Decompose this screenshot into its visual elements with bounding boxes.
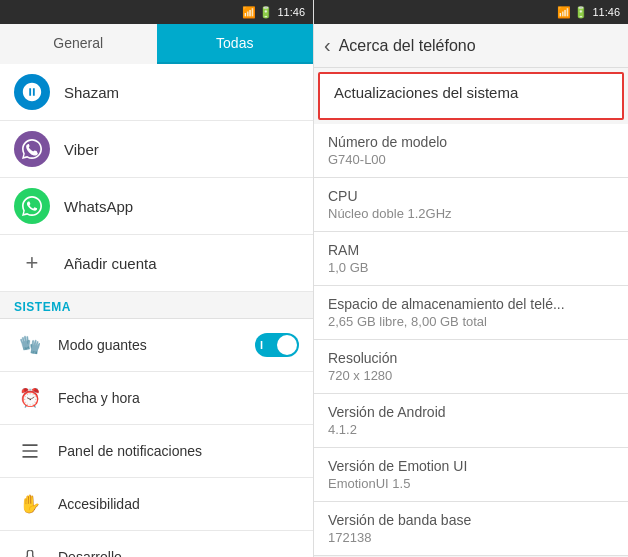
version-emotion-item[interactable]: Versión de Emotion UI EmotionUI 1.5	[314, 448, 628, 502]
panel-notificaciones-label: Panel de notificaciones	[58, 443, 202, 459]
ram-value: 1,0 GB	[328, 260, 614, 275]
version-android-item[interactable]: Versión de Android 4.1.2	[314, 394, 628, 448]
viber-label: Viber	[64, 141, 99, 158]
left-panel: 📶 🔋 11:46 General Todas Shazam	[0, 0, 314, 557]
modo-guantes-label: Modo guantes	[58, 337, 147, 353]
system-item-accesibilidad[interactable]: ✋ Accesibilidad	[0, 478, 313, 531]
system-section-header: SISTEMA	[0, 292, 313, 319]
cpu-item[interactable]: CPU Núcleo doble 1.2GHz	[314, 178, 628, 232]
espacio-value: 2,65 GB libre, 8,00 GB total	[328, 314, 614, 329]
modo-guantes-toggle[interactable]: I	[255, 333, 299, 357]
tab-todas[interactable]: Todas	[157, 24, 314, 64]
shazam-icon	[14, 74, 50, 110]
right-status-icons: 📶 🔋	[557, 6, 588, 19]
right-status-bar: 📶 🔋 11:46	[314, 0, 628, 24]
right-header: ‹ Acerca del teléfono	[314, 24, 628, 68]
add-icon: +	[14, 245, 50, 281]
left-status-bar: 📶 🔋 11:46	[0, 0, 313, 24]
cpu-label: CPU	[328, 188, 614, 204]
toggle-on-label: I	[260, 339, 263, 351]
back-button[interactable]: ‹	[324, 34, 331, 57]
system-item-fecha-hora[interactable]: ⏰ Fecha y hora	[0, 372, 313, 425]
right-time: 11:46	[592, 6, 620, 18]
system-item-modo-guantes[interactable]: 🧤 Modo guantes I	[0, 319, 313, 372]
right-header-title: Acerca del teléfono	[339, 37, 476, 55]
right-panel: 📶 🔋 11:46 ‹ Acerca del teléfono Actualiz…	[314, 0, 628, 557]
dev-icon: {}	[14, 541, 46, 557]
accessibility-icon: ✋	[14, 488, 46, 520]
left-status-icons: 📶 🔋	[242, 6, 273, 19]
whatsapp-icon	[14, 188, 50, 224]
accesibilidad-label: Accesibilidad	[58, 496, 140, 512]
numero-modelo-label: Número de modelo	[328, 134, 614, 150]
version-android-value: 4.1.2	[328, 422, 614, 437]
account-item-whatsapp[interactable]: WhatsApp	[0, 178, 313, 235]
shazam-label: Shazam	[64, 84, 119, 101]
resolucion-value: 720 x 1280	[328, 368, 614, 383]
cpu-value: Núcleo doble 1.2GHz	[328, 206, 614, 221]
tab-bar: General Todas	[0, 24, 313, 64]
left-time: 11:46	[277, 6, 305, 18]
system-item-panel-notificaciones[interactable]: Panel de notificaciones	[0, 425, 313, 478]
right-content: Actualizaciones del sistema Número de mo…	[314, 68, 628, 557]
version-banda-value: 172138	[328, 530, 614, 545]
actualizaciones-sistema-item[interactable]: Actualizaciones del sistema	[318, 72, 624, 120]
version-banda-label: Versión de banda base	[328, 512, 614, 528]
notification-panel-icon	[14, 435, 46, 467]
tab-general[interactable]: General	[0, 24, 157, 64]
version-emotion-value: EmotionUI 1.5	[328, 476, 614, 491]
add-account-label: Añadir cuenta	[64, 255, 157, 272]
espacio-label: Espacio de almacenamiento del telé...	[328, 296, 614, 312]
espacio-item[interactable]: Espacio de almacenamiento del telé... 2,…	[314, 286, 628, 340]
account-item-shazam[interactable]: Shazam	[0, 64, 313, 121]
numero-modelo-value: G740-L00	[328, 152, 614, 167]
gloves-icon: 🧤	[14, 329, 46, 361]
whatsapp-label: WhatsApp	[64, 198, 133, 215]
system-item-desarrollo[interactable]: {} Desarrollo	[0, 531, 313, 557]
fecha-hora-label: Fecha y hora	[58, 390, 140, 406]
version-banda-item[interactable]: Versión de banda base 172138	[314, 502, 628, 556]
actualizaciones-sistema-label: Actualizaciones del sistema	[334, 84, 608, 101]
clock-icon: ⏰	[14, 382, 46, 414]
ram-item[interactable]: RAM 1,0 GB	[314, 232, 628, 286]
account-item-viber[interactable]: Viber	[0, 121, 313, 178]
resolucion-item[interactable]: Resolución 720 x 1280	[314, 340, 628, 394]
version-emotion-label: Versión de Emotion UI	[328, 458, 614, 474]
accounts-list: Shazam Viber WhatsApp + Añadir cuenta	[0, 64, 313, 557]
version-android-label: Versión de Android	[328, 404, 614, 420]
viber-icon	[14, 131, 50, 167]
add-account-item[interactable]: + Añadir cuenta	[0, 235, 313, 292]
desarrollo-label: Desarrollo	[58, 549, 122, 557]
ram-label: RAM	[328, 242, 614, 258]
resolucion-label: Resolución	[328, 350, 614, 366]
numero-modelo-item[interactable]: Número de modelo G740-L00	[314, 124, 628, 178]
